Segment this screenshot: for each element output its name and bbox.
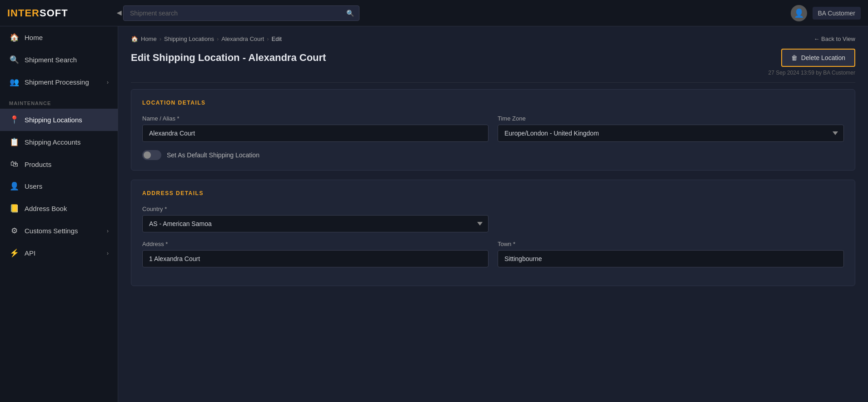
search-input[interactable]	[123, 5, 359, 21]
search-bar: 🔍	[123, 5, 359, 21]
name-field: Name / Alias *	[142, 115, 489, 142]
delete-location-button[interactable]: 🗑 Delete Location	[781, 49, 855, 67]
topbar-right: 👤 BA Customer	[791, 5, 861, 21]
arrow-icon-customs: ›	[107, 228, 109, 234]
breadcrumb-bar: 🏠 Home › Shipping Locations › Alexandra …	[118, 26, 868, 42]
timezone-field: Time Zone Europe/London - United Kingdom…	[498, 115, 844, 142]
sidebar-item-shipment-search[interactable]: 🔍 Shipment Search	[0, 49, 118, 71]
sidebar-item-shipment-processing[interactable]: 👥 Shipment Processing ›	[0, 71, 118, 93]
header-divider	[131, 82, 855, 83]
api-icon: ⚡	[9, 248, 19, 258]
delete-button-label: Delete Location	[801, 54, 845, 61]
timezone-select[interactable]: Europe/London - United Kingdom America/N…	[498, 125, 844, 142]
sidebar-label-api: API	[25, 249, 35, 257]
town-label: Town *	[498, 241, 844, 247]
products-icon: 🛍	[9, 160, 19, 169]
sidebar-label-shipment-processing: Shipment Processing	[25, 78, 89, 86]
sidebar: 🏠 Home 🔍 Shipment Search 👥 Shipment Proc…	[0, 26, 118, 402]
name-input[interactable]	[142, 125, 489, 142]
country-spacer	[498, 206, 844, 232]
sidebar-item-shipping-locations[interactable]: 📍 Shipping Locations	[0, 109, 118, 131]
address-input[interactable]	[142, 250, 489, 267]
search-icon: 🔍	[9, 55, 19, 65]
country-label: Country *	[142, 206, 489, 212]
breadcrumb-sep-1: ›	[160, 35, 161, 42]
arrow-icon: ›	[107, 79, 109, 85]
username-display: BA Customer	[813, 7, 861, 20]
address-details-title: ADDRESS DETAILS	[142, 190, 844, 196]
accounts-icon: 📋	[9, 137, 19, 147]
country-field: Country * AS - American Samoa GB - Unite…	[142, 206, 489, 232]
name-label: Name / Alias *	[142, 115, 489, 122]
avatar: 👤	[791, 5, 807, 21]
name-timezone-row: Name / Alias * Time Zone Europe/London -…	[142, 115, 844, 142]
breadcrumb-home[interactable]: Home	[141, 35, 157, 42]
sidebar-item-home[interactable]: 🏠 Home	[0, 26, 118, 49]
address-details-section: ADDRESS DETAILS Country * AS - American …	[131, 180, 855, 286]
country-select[interactable]: AS - American Samoa GB - United Kingdom …	[142, 215, 489, 232]
breadcrumb-home-icon: 🏠	[131, 35, 138, 42]
town-input[interactable]	[498, 250, 844, 267]
logo-highlight: INTER	[7, 7, 40, 19]
timezone-label: Time Zone	[498, 115, 844, 122]
logo: INTERSOFT ◄	[7, 7, 123, 19]
last-modified-text: 27 Sep 2024 13:59 by BA Customer	[118, 67, 868, 76]
address-field: Address *	[142, 241, 489, 267]
users-icon: 👤	[9, 181, 19, 191]
logo-text: INTERSOFT	[7, 7, 68, 19]
customs-icon: ⚙	[9, 226, 19, 236]
maintenance-section-label: MAINTENANCE	[0, 93, 118, 109]
sidebar-label-shipping-locations: Shipping Locations	[25, 116, 82, 124]
topbar: INTERSOFT ◄ 🔍 👤 BA Customer	[0, 0, 868, 26]
sidebar-label-home: Home	[25, 34, 43, 41]
back-to-view-button[interactable]: ← Back to View	[813, 35, 855, 42]
sidebar-item-shipping-accounts[interactable]: 📋 Shipping Accounts	[0, 131, 118, 153]
breadcrumb-sep-3: ›	[267, 35, 269, 42]
default-toggle-row: Set As Default Shipping Location	[142, 150, 844, 160]
page-title: Edit Shipping Location - Alexandra Court	[131, 52, 326, 64]
page-header: Edit Shipping Location - Alexandra Court…	[118, 42, 868, 67]
default-toggle-label: Set As Default Shipping Location	[167, 151, 259, 159]
breadcrumb-sep-2: ›	[217, 35, 219, 42]
location-details-title: LOCATION DETAILS	[142, 100, 844, 106]
default-location-toggle[interactable]	[142, 150, 161, 160]
sidebar-item-address-book[interactable]: 📒 Address Book	[0, 197, 118, 220]
sidebar-item-users[interactable]: 👤 Users	[0, 175, 118, 197]
address-label: Address *	[142, 241, 489, 247]
sidebar-label-customs-settings: Customs Settings	[25, 227, 78, 235]
breadcrumb-edit: Edit	[272, 35, 282, 42]
logo-plain: SOFT	[40, 7, 68, 19]
processing-icon: 👥	[9, 77, 19, 87]
breadcrumb-location-name[interactable]: Alexandra Court	[221, 35, 264, 42]
address-book-icon: 📒	[9, 204, 19, 213]
sidebar-label-products: Products	[25, 161, 51, 168]
sidebar-item-products[interactable]: 🛍 Products	[0, 153, 118, 175]
sidebar-item-customs-settings[interactable]: ⚙ Customs Settings ›	[0, 220, 118, 242]
sidebar-label-shipment-search: Shipment Search	[25, 56, 77, 64]
layout: 🏠 Home 🔍 Shipment Search 👥 Shipment Proc…	[0, 26, 868, 402]
breadcrumb: 🏠 Home › Shipping Locations › Alexandra …	[131, 35, 282, 42]
main-content: 🏠 Home › Shipping Locations › Alexandra …	[118, 26, 868, 402]
sidebar-label-users: Users	[25, 182, 42, 190]
breadcrumb-shipping-locations[interactable]: Shipping Locations	[164, 35, 214, 42]
collapse-sidebar-button[interactable]: ◄	[115, 8, 123, 18]
location-details-section: LOCATION DETAILS Name / Alias * Time Zon…	[131, 89, 855, 171]
address-town-row: Address * Town *	[142, 241, 844, 267]
sidebar-label-shipping-accounts: Shipping Accounts	[25, 138, 80, 146]
sidebar-label-address-book: Address Book	[25, 205, 67, 212]
town-field: Town *	[498, 241, 844, 267]
trash-icon: 🗑	[791, 54, 798, 61]
arrow-icon-api: ›	[107, 250, 109, 256]
sidebar-item-api[interactable]: ⚡ API ›	[0, 242, 118, 264]
location-icon: 📍	[9, 115, 19, 125]
search-icon: 🔍	[346, 10, 354, 17]
home-icon: 🏠	[9, 33, 19, 42]
country-row: Country * AS - American Samoa GB - Unite…	[142, 206, 844, 232]
